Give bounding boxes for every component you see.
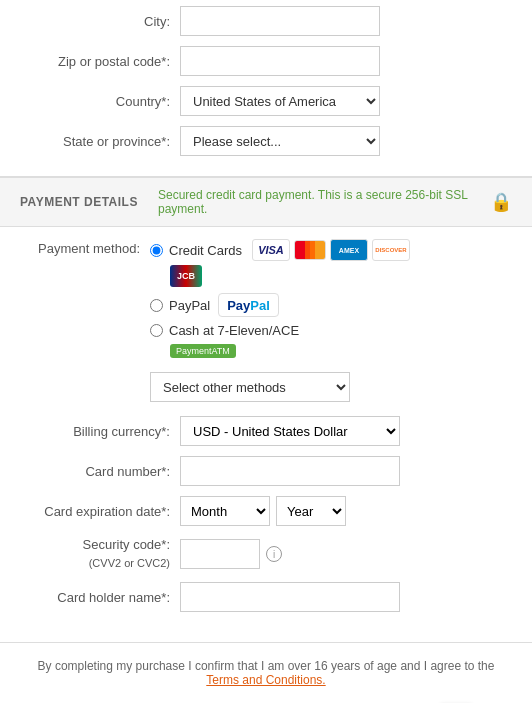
jcb-logo: JCB: [170, 265, 202, 287]
payment-section-label: PAYMENT DETAILS: [20, 195, 138, 209]
paypal-logo: PayPal: [218, 293, 279, 317]
city-input[interactable]: [180, 6, 380, 36]
zip-label: Zip or postal code*:: [20, 54, 180, 69]
payment-options: Credit Cards VISA AMEX DISCOVER JCB PayP…: [150, 239, 512, 408]
security-code-label: Security code*: (CVV2 or CVC2): [20, 536, 180, 572]
security-code-input[interactable]: [180, 539, 260, 569]
billing-currency-label: Billing currency*:: [20, 424, 180, 439]
mastercard-logo: [294, 240, 326, 260]
paypal-label: PayPal: [169, 298, 210, 313]
cash-label: Cash at 7-Eleven/ACE: [169, 323, 299, 338]
credit-cards-radio[interactable]: [150, 244, 163, 257]
cash-radio[interactable]: [150, 324, 163, 337]
amex-logo: AMEX: [330, 239, 368, 261]
state-select[interactable]: Please select...: [180, 126, 380, 156]
payment-method-label: Payment method:: [20, 239, 150, 256]
visa-logo: VISA: [252, 239, 290, 261]
security-code-container: i: [180, 539, 282, 569]
billing-currency-select[interactable]: USD - United States Dollar: [180, 416, 400, 446]
payment-section-header: PAYMENT DETAILS Secured credit card paym…: [0, 177, 532, 227]
card-logos: VISA AMEX DISCOVER: [252, 239, 410, 261]
country-label: Country*:: [20, 94, 180, 109]
expiry-row: Month Year: [180, 496, 346, 526]
state-label: State or province*:: [20, 134, 180, 149]
card-number-input[interactable]: [180, 456, 400, 486]
credit-cards-label: Credit Cards: [169, 243, 242, 258]
month-select[interactable]: Month: [180, 496, 270, 526]
year-select[interactable]: Year: [276, 496, 346, 526]
lock-icon: 🔒: [490, 191, 512, 213]
cardholder-input[interactable]: [180, 582, 400, 612]
city-label: City:: [20, 14, 180, 29]
zip-input[interactable]: [180, 46, 380, 76]
card-expiry-label: Card expiration date*:: [20, 504, 180, 519]
secure-text: Secured credit card payment. This is a s…: [158, 188, 470, 216]
terms-link[interactable]: Terms and Conditions.: [206, 673, 325, 687]
terms-row: By completing my purchase I confirm that…: [0, 651, 532, 695]
discover-logo: DISCOVER: [372, 239, 410, 261]
cardholder-label: Card holder name*:: [20, 590, 180, 605]
info-icon[interactable]: i: [266, 546, 282, 562]
card-number-label: Card number*:: [20, 464, 180, 479]
paymentatm-badge: PaymentATM: [170, 344, 236, 358]
terms-text: By completing my purchase I confirm that…: [38, 659, 495, 673]
other-methods-select[interactable]: Select other methods: [150, 372, 350, 402]
country-select[interactable]: United States of America: [180, 86, 380, 116]
paypal-radio[interactable]: [150, 299, 163, 312]
